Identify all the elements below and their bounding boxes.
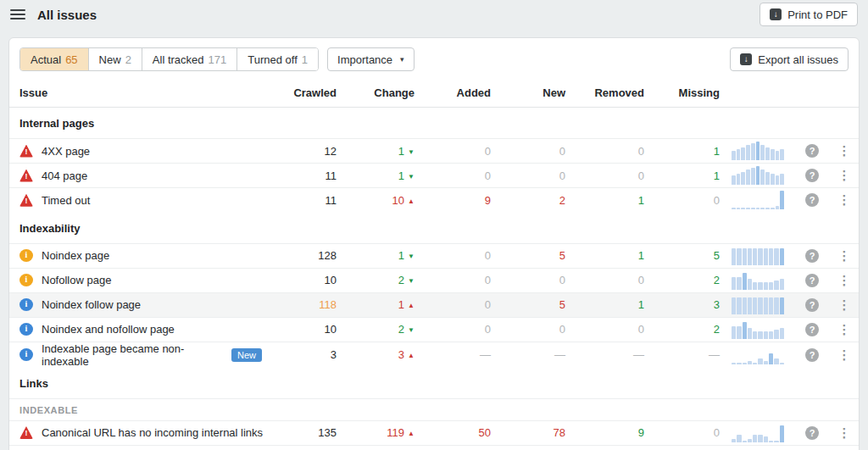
filter-tab-actual[interactable]: Actual65 xyxy=(20,48,88,70)
help-icon[interactable]: ? xyxy=(805,193,819,207)
crawled-value[interactable]: 118 xyxy=(277,292,337,317)
more-menu-icon[interactable]: ⋮ xyxy=(838,425,851,440)
more-menu-icon[interactable]: ⋮ xyxy=(838,297,851,312)
issue-row-noindex-follow-page: Noindex follow page1181▲0513?⋮ xyxy=(9,292,859,317)
change-value: 1▲ xyxy=(337,292,415,317)
crawled-value[interactable]: 11 xyxy=(277,164,337,188)
new-value: 0 xyxy=(491,139,565,164)
added-value: 0 xyxy=(415,243,491,268)
added-value: 0 xyxy=(415,164,491,188)
issue-name[interactable]: 4XX page xyxy=(42,145,90,158)
removed-value: 9 xyxy=(565,420,644,445)
column-header-missing[interactable]: Missing xyxy=(644,80,720,108)
column-header-issue[interactable]: Issue xyxy=(9,80,277,108)
change-value: 2▼ xyxy=(337,268,415,292)
help-icon[interactable]: ? xyxy=(805,298,819,312)
crawled-value[interactable]: 10 xyxy=(277,317,337,342)
column-header-removed[interactable]: Removed xyxy=(565,80,644,108)
help-icon[interactable]: ? xyxy=(805,426,819,440)
trend-down-icon: ▼ xyxy=(408,173,415,181)
column-header-new[interactable]: New xyxy=(491,80,565,108)
missing-value: 2 xyxy=(644,317,720,342)
crawled-value[interactable]: 3 xyxy=(277,342,337,368)
help-icon[interactable]: ? xyxy=(805,144,819,158)
history-sparkline[interactable] xyxy=(732,320,784,339)
print-to-pdf-button[interactable]: ↓ Print to PDF xyxy=(760,3,858,26)
history-sparkline[interactable] xyxy=(732,191,784,209)
help-icon[interactable]: ? xyxy=(805,274,819,287)
filter-tab-turned-off[interactable]: Turned off1 xyxy=(236,48,318,70)
added-value: 0 xyxy=(415,268,491,292)
more-menu-icon[interactable]: ⋮ xyxy=(838,248,851,263)
history-sparkline[interactable] xyxy=(732,166,784,185)
history-sparkline[interactable] xyxy=(732,346,784,364)
issue-name[interactable]: Nofollow page xyxy=(42,274,111,286)
new-value: 2 xyxy=(491,188,565,213)
issue-row-4xx-page: 4XX page121▼0001?⋮ xyxy=(9,139,859,164)
help-icon[interactable]: ? xyxy=(805,249,819,263)
trend-up-icon: ▲ xyxy=(408,430,415,437)
change-value: 1▼ xyxy=(337,445,415,450)
filter-tab-new[interactable]: New2 xyxy=(88,48,142,70)
trend-down-icon: ▼ xyxy=(408,148,415,156)
more-menu-icon[interactable]: ⋮ xyxy=(838,192,851,207)
issue-name[interactable]: Indexable page became non-indexable xyxy=(42,342,223,368)
info-icon-blue xyxy=(19,298,33,311)
menu-icon[interactable] xyxy=(10,9,25,19)
export-all-issues-button[interactable]: ↓ Export all issues xyxy=(730,47,849,71)
filter-tab-label: All tracked xyxy=(153,53,204,66)
warning-icon xyxy=(19,426,33,439)
new-value: 0 xyxy=(491,268,565,292)
help-icon[interactable]: ? xyxy=(805,323,819,336)
crawled-value[interactable]: 10 xyxy=(277,268,337,292)
issue-row-nofollow-page: Nofollow page102▼0002?⋮ xyxy=(9,268,859,292)
new-value: — xyxy=(491,342,565,368)
history-sparkline[interactable] xyxy=(732,247,784,265)
change-value: 2▼ xyxy=(337,317,415,342)
crawled-value[interactable]: 135 xyxy=(277,420,337,445)
change-value: 119▲ xyxy=(337,420,415,445)
history-sparkline[interactable] xyxy=(732,424,784,442)
importance-label: Importance xyxy=(337,53,392,66)
column-header-added[interactable]: Added xyxy=(415,80,491,108)
crawled-value[interactable]: 128 xyxy=(277,243,337,268)
help-icon[interactable]: ? xyxy=(805,348,819,362)
topbar: All issues ↓ Print to PDF xyxy=(0,0,868,29)
crawled-value[interactable]: 12 xyxy=(277,139,337,164)
change-value: 1▼ xyxy=(337,139,415,164)
subsection-header-indexable: INDEXABLE xyxy=(9,398,859,420)
added-value: 0 xyxy=(415,292,491,317)
issue-name[interactable]: 404 page xyxy=(42,169,87,182)
more-menu-icon[interactable]: ⋮ xyxy=(838,347,851,362)
help-icon[interactable]: ? xyxy=(805,169,819,182)
issue-row-timed-out: Timed out1110▲9210?⋮ xyxy=(9,188,859,213)
missing-value: 3 xyxy=(644,292,720,317)
removed-value: 0 xyxy=(565,164,644,188)
more-menu-icon[interactable]: ⋮ xyxy=(838,273,851,287)
chevron-down-icon: ▾ xyxy=(400,55,404,64)
more-menu-icon[interactable]: ⋮ xyxy=(838,322,851,336)
more-menu-icon[interactable]: ⋮ xyxy=(838,143,851,158)
history-sparkline[interactable] xyxy=(732,271,784,290)
filter-tab-all-tracked[interactable]: All tracked171 xyxy=(142,48,236,70)
issue-name[interactable]: Canonical URL has no incoming internal l… xyxy=(42,426,263,439)
crawled-value[interactable]: 7 xyxy=(277,445,337,450)
new-value: 78 xyxy=(491,420,565,445)
removed-value: 0 xyxy=(565,139,644,164)
column-header-crawled[interactable]: Crawled xyxy=(277,80,337,108)
issue-name[interactable]: Noindex page xyxy=(42,249,109,262)
issue-name[interactable]: Timed out xyxy=(42,194,90,207)
more-menu-icon[interactable]: ⋮ xyxy=(838,168,851,182)
importance-dropdown[interactable]: Importance ▾ xyxy=(327,47,415,71)
change-value: 3▲ xyxy=(337,342,415,368)
filter-tab-label: New xyxy=(99,53,121,66)
trend-down-icon: ▼ xyxy=(408,253,415,260)
crawled-value[interactable]: 11 xyxy=(277,188,337,213)
issue-row-canonical-url-has-no-incoming-internal-links: Canonical URL has no incoming internal l… xyxy=(9,420,859,445)
history-sparkline[interactable] xyxy=(732,142,784,160)
column-header-change[interactable]: Change xyxy=(337,80,415,108)
history-sparkline[interactable] xyxy=(732,296,784,314)
issue-name[interactable]: Noindex and nofollow page xyxy=(42,323,175,336)
filter-tab-count: 2 xyxy=(125,53,131,66)
issue-name[interactable]: Noindex follow page xyxy=(42,298,141,311)
